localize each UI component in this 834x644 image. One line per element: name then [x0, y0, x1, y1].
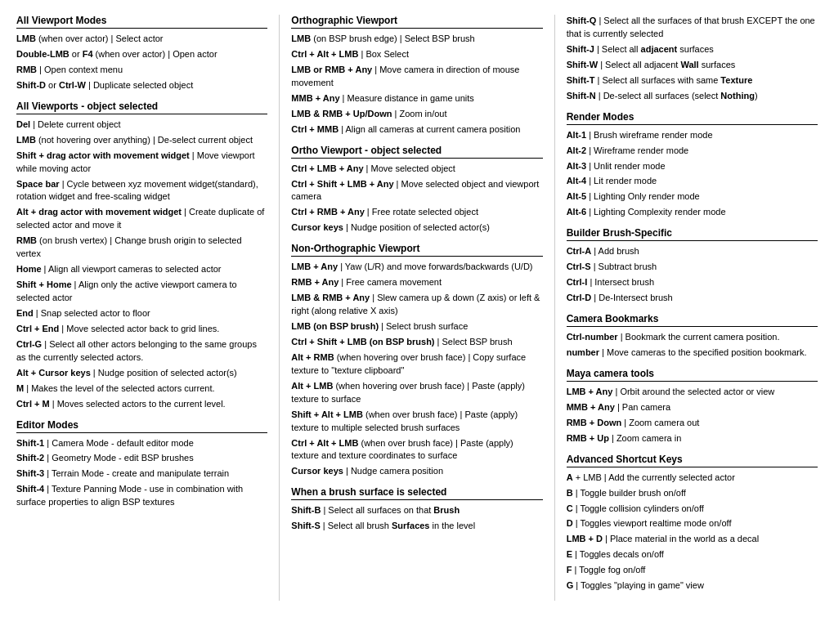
- section-all-viewports-object-selected: All Viewports - object selectedDel | Del…: [16, 101, 267, 411]
- item-non-orthographic-viewport-8: Ctrl + Alt + LMB (when over brush face) …: [291, 437, 542, 463]
- section-render-modes: Render ModesAlt-1 | Brush wireframe rend…: [567, 111, 818, 220]
- item-ortho-viewport-object-selected-0: Ctrl + LMB + Any | Move selected object: [291, 163, 542, 176]
- item-camera-bookmarks-1: number | Move cameras to the specified p…: [567, 347, 818, 360]
- section-title-all-viewports-object-selected: All Viewports - object selected: [16, 101, 267, 114]
- item-when-brush-surface-selected-0: Shift-B | Select all surfaces on that Br…: [291, 504, 542, 517]
- item-all-viewports-object-selected-2: Shift + drag actor with movement widget …: [16, 150, 267, 176]
- item-editor-modes-1: Shift-2 | Geometry Mode - edit BSP brush…: [16, 452, 267, 465]
- item-maya-camera-tools-2: RMB + Down | Zoom camera out: [567, 417, 818, 430]
- item-advanced-shortcut-keys-1: B | Toggle builder brush on/off: [567, 487, 818, 500]
- item-orthographic-viewport-2: LMB or RMB + Any | Move camera in direct…: [291, 64, 542, 90]
- section-brush-surface-continued: Shift-Q | Select all the surfaces of tha…: [567, 15, 818, 103]
- section-title-maya-camera-tools: Maya camera tools: [567, 368, 818, 382]
- item-all-viewports-object-selected-1: LMB (not hovering over anything) | De-se…: [16, 134, 267, 147]
- item-all-viewport-modes-0: LMB (when over actor) | Select actor: [16, 33, 267, 46]
- section-title-render-modes: Render Modes: [567, 111, 818, 125]
- item-brush-surface-continued-1: Shift-J | Select all adjacent surfaces: [567, 43, 818, 56]
- section-title-all-viewport-modes: All Viewport Modes: [16, 15, 267, 29]
- item-all-viewport-modes-3: Shift-D or Ctrl-W | Duplicate selected o…: [16, 79, 267, 92]
- item-render-modes-1: Alt-2 | Wireframe render mode: [567, 145, 818, 158]
- item-orthographic-viewport-0: LMB (on BSP brush edge) | Select BSP bru…: [291, 33, 542, 46]
- item-ortho-viewport-object-selected-1: Ctrl + Shift + LMB + Any | Move selected…: [291, 178, 542, 204]
- item-all-viewports-object-selected-10: Ctrl-G | Select all other actors belongi…: [16, 338, 267, 364]
- item-camera-bookmarks-0: Ctrl-number | Bookmark the current camer…: [567, 331, 818, 344]
- section-title-when-brush-surface-selected: When a brush surface is selected: [291, 486, 542, 500]
- item-non-orthographic-viewport-1: RMB + Any | Free camera movement: [291, 276, 542, 289]
- item-all-viewport-modes-1: Double-LMB or F4 (when over actor) | Ope…: [16, 48, 267, 61]
- item-advanced-shortcut-keys-2: C | Toggle collision cylinders on/off: [567, 503, 818, 516]
- item-advanced-shortcut-keys-4: LMB + D | Place material in the world as…: [567, 533, 818, 546]
- item-all-viewports-object-selected-6: Home | Align all viewport cameras to sel…: [16, 263, 267, 276]
- item-all-viewports-object-selected-4: Alt + drag actor with movement widget | …: [16, 206, 267, 232]
- section-title-editor-modes: Editor Modes: [16, 419, 267, 433]
- item-non-orthographic-viewport-3: LMB (on BSP brush) | Select brush surfac…: [291, 320, 542, 333]
- section-builder-brush-specific: Builder Brush-SpecificCtrl-A | Add brush…: [567, 227, 818, 305]
- column-3: Shift-Q | Select all the surfaces of tha…: [555, 15, 818, 601]
- item-all-viewports-object-selected-12: M | Makes the level of the selected acto…: [16, 382, 267, 396]
- section-title-orthographic-viewport: Orthographic Viewport: [291, 15, 542, 29]
- item-all-viewports-object-selected-0: Del | Delete current object: [16, 119, 267, 132]
- section-title-non-orthographic-viewport: Non-Orthographic Viewport: [291, 243, 542, 257]
- item-non-orthographic-viewport-2: LMB & RMB + Any | Slew camera up & down …: [291, 292, 542, 318]
- item-brush-surface-continued-0: Shift-Q | Select all the surfaces of tha…: [567, 15, 818, 41]
- section-when-brush-surface-selected: When a brush surface is selectedShift-B …: [291, 486, 542, 533]
- item-non-orthographic-viewport-9: Cursor keys | Nudge camera position: [291, 465, 542, 478]
- item-editor-modes-2: Shift-3 | Terrain Mode - create and mani…: [16, 467, 267, 481]
- item-non-orthographic-viewport-5: Alt + RMB (when hovering over brush face…: [291, 351, 542, 378]
- main-layout: All Viewport ModesLMB (when over actor) …: [16, 15, 818, 601]
- section-title-builder-brush-specific: Builder Brush-Specific: [567, 227, 818, 241]
- section-maya-camera-tools: Maya camera toolsLMB + Any | Orbit aroun…: [567, 368, 818, 445]
- item-builder-brush-specific-2: Ctrl-I | Intersect brush: [567, 276, 818, 289]
- item-builder-brush-specific-3: Ctrl-D | De-Intersect brush: [567, 292, 818, 305]
- section-camera-bookmarks: Camera BookmarksCtrl-number | Bookmark t…: [567, 313, 818, 360]
- section-advanced-shortcut-keys: Advanced Shortcut KeysA + LMB | Add the …: [567, 454, 818, 593]
- item-maya-camera-tools-3: RMB + Up | Zoom camera in: [567, 432, 818, 445]
- item-orthographic-viewport-3: MMB + Any | Measure distance in game uni…: [291, 92, 542, 105]
- item-brush-surface-continued-4: Shift-N | De-select all surfaces (select…: [567, 90, 818, 103]
- item-all-viewports-object-selected-13: Ctrl + M | Moves selected actors to the …: [16, 398, 267, 411]
- item-editor-modes-3: Shift-4 | Texture Panning Mode - use in …: [16, 483, 267, 509]
- item-advanced-shortcut-keys-5: E | Toggles decals on/off: [567, 548, 818, 561]
- section-ortho-viewport-object-selected: Ortho Viewport - object selectedCtrl + L…: [291, 145, 542, 235]
- item-ortho-viewport-object-selected-3: Cursor keys | Nudge position of selected…: [291, 221, 542, 235]
- section-orthographic-viewport: Orthographic ViewportLMB (on BSP brush e…: [291, 15, 542, 136]
- item-all-viewports-object-selected-7: Shift + Home | Align only the active vie…: [16, 279, 267, 305]
- item-advanced-shortcut-keys-7: G | Toggles "playing in game" view: [567, 579, 818, 593]
- item-orthographic-viewport-1: Ctrl + Alt + LMB | Box Select: [291, 48, 542, 61]
- section-all-viewport-modes: All Viewport ModesLMB (when over actor) …: [16, 15, 267, 92]
- item-all-viewport-modes-2: RMB | Open context menu: [16, 64, 267, 77]
- item-render-modes-4: Alt-5 | Lighting Only render mode: [567, 190, 818, 203]
- item-brush-surface-continued-3: Shift-T | Select all surfaces with same …: [567, 74, 818, 87]
- item-all-viewports-object-selected-3: Space bar | Cycle between xyz movement w…: [16, 178, 267, 204]
- section-title-camera-bookmarks: Camera Bookmarks: [567, 313, 818, 327]
- item-maya-camera-tools-0: LMB + Any | Orbit around the selected ac…: [567, 386, 818, 399]
- section-editor-modes: Editor ModesShift-1 | Camera Mode - defa…: [16, 419, 267, 510]
- item-all-viewports-object-selected-11: Alt + Cursor keys | Nudge position of se…: [16, 367, 267, 380]
- item-non-orthographic-viewport-7: Shift + Alt + LMB (when over brush face)…: [291, 409, 542, 435]
- item-non-orthographic-viewport-0: LMB + Any | Yaw (L/R) and move forwards/…: [291, 261, 542, 274]
- column-2: Orthographic ViewportLMB (on BSP brush e…: [280, 15, 554, 601]
- item-ortho-viewport-object-selected-2: Ctrl + RMB + Any | Free rotate selected …: [291, 206, 542, 219]
- item-advanced-shortcut-keys-0: A + LMB | Add the currently selected act…: [567, 472, 818, 485]
- item-brush-surface-continued-2: Shift-W | Select all adjacent Wall surfa…: [567, 59, 818, 72]
- item-orthographic-viewport-4: LMB & RMB + Up/Down | Zoom in/out: [291, 108, 542, 121]
- item-advanced-shortcut-keys-3: D | Toggles viewport realtime mode on/of…: [567, 517, 818, 530]
- item-non-orthographic-viewport-6: Alt + LMB (when hovering over brush face…: [291, 380, 542, 406]
- item-non-orthographic-viewport-4: Ctrl + Shift + LMB (on BSP brush) | Sele…: [291, 336, 542, 349]
- item-render-modes-3: Alt-4 | Lit render mode: [567, 175, 818, 188]
- item-maya-camera-tools-1: MMB + Any | Pan camera: [567, 401, 818, 414]
- section-title-ortho-viewport-object-selected: Ortho Viewport - object selected: [291, 145, 542, 159]
- item-all-viewports-object-selected-8: End | Snap selected actor to floor: [16, 307, 267, 320]
- item-orthographic-viewport-5: Ctrl + MMB | Align all cameras at curren…: [291, 123, 542, 136]
- item-render-modes-5: Alt-6 | Lighting Complexity render mode: [567, 206, 818, 219]
- item-when-brush-surface-selected-1: Shift-S | Select all brush Surfaces in t…: [291, 520, 542, 533]
- column-1: All Viewport ModesLMB (when over actor) …: [16, 15, 280, 601]
- item-render-modes-0: Alt-1 | Brush wireframe render mode: [567, 129, 818, 142]
- item-advanced-shortcut-keys-6: F | Toggle fog on/off: [567, 564, 818, 577]
- item-all-viewports-object-selected-5: RMB (on brush vertex) | Change brush ori…: [16, 235, 267, 261]
- item-builder-brush-specific-0: Ctrl-A | Add brush: [567, 245, 818, 258]
- item-render-modes-2: Alt-3 | Unlit render mode: [567, 160, 818, 173]
- section-non-orthographic-viewport: Non-Orthographic ViewportLMB + Any | Yaw…: [291, 243, 542, 478]
- item-editor-modes-0: Shift-1 | Camera Mode - default editor m…: [16, 437, 267, 450]
- item-builder-brush-specific-1: Ctrl-S | Subtract brush: [567, 261, 818, 274]
